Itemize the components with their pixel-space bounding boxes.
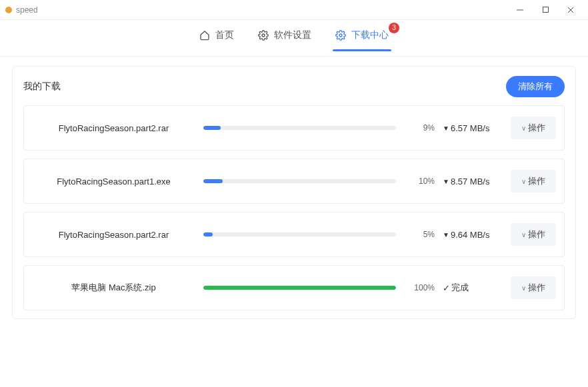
downloads-panel: 我的下载 清除所有 FlytoRacingSeason.part2.rar9%▼… [12, 66, 576, 319]
download-status-done: ✓完成 [443, 282, 503, 294]
home-icon [199, 30, 210, 41]
progress-percent: 5% [405, 230, 435, 239]
download-icon [335, 30, 346, 41]
chevron-down-icon: ∨ [521, 284, 526, 292]
badge-count: 3 [389, 23, 399, 33]
panel-title: 我的下载 [23, 81, 61, 93]
download-speed: ▼8.57 MB/s [443, 177, 503, 187]
download-speed: ▼9.64 MB/s [443, 230, 503, 240]
window-title: speed [16, 5, 515, 15]
svg-rect-1 [543, 7, 548, 13]
progress-bar [203, 232, 396, 236]
progress-wrap: 9% [203, 123, 435, 133]
panel-header: 我的下载 清除所有 [23, 76, 565, 105]
operate-label: 操作 [528, 228, 545, 240]
operate-button[interactable]: ∨操作 [511, 276, 556, 299]
progress-bar [203, 126, 396, 130]
svg-point-4 [262, 34, 265, 37]
progress-percent: 100% [405, 283, 435, 292]
progress-wrap: 10% [203, 177, 435, 186]
tab-label: 软件设置 [274, 29, 311, 41]
operate-label: 操作 [528, 122, 545, 134]
progress-fill [203, 286, 396, 290]
maximize-button[interactable] [540, 5, 551, 15]
progress-wrap: 5% [203, 230, 435, 239]
download-filename: FlytoRacingSeason.part2.rar [32, 123, 195, 133]
download-filename: FlytoRacingSeason.part2.rar [32, 230, 195, 240]
tab-label: 首页 [215, 29, 234, 41]
progress-percent: 10% [405, 177, 435, 186]
download-row: 苹果电脑 Mac系统.zip100%✓完成∨操作 [23, 265, 565, 310]
download-row: FlytoRacingSeason.part2.rar5%▼9.64 MB/s∨… [23, 212, 565, 257]
operate-button[interactable]: ∨操作 [511, 170, 556, 193]
app-icon [5, 7, 12, 13]
tab-label: 下载中心 [351, 29, 389, 41]
chevron-down-icon: ∨ [521, 231, 526, 238]
check-icon: ✓ [443, 283, 450, 293]
download-filename: 苹果电脑 Mac系统.zip [32, 282, 195, 294]
minimize-button[interactable] [515, 5, 525, 15]
progress-wrap: 100% [203, 283, 435, 292]
download-arrow-icon: ▼ [443, 231, 449, 238]
download-filename: FlytoRacingSeason.part1.exe [32, 177, 195, 187]
progress-fill [203, 126, 221, 130]
download-row: FlytoRacingSeason.part2.rar9%▼6.57 MB/s∨… [23, 105, 565, 151]
status-text: 完成 [451, 282, 469, 294]
download-list: FlytoRacingSeason.part2.rar9%▼6.57 MB/s∨… [23, 105, 565, 310]
download-row: FlytoRacingSeason.part1.exe10%▼8.57 MB/s… [23, 159, 565, 204]
clear-all-button[interactable]: 清除所有 [506, 76, 565, 97]
chevron-down-icon: ∨ [521, 125, 526, 132]
operate-label: 操作 [528, 282, 545, 294]
tab-downloads[interactable]: 下载中心 3 [333, 25, 391, 51]
tab-home[interactable]: 首页 [197, 25, 237, 51]
progress-fill [203, 232, 213, 236]
progress-bar [203, 286, 396, 290]
operate-button[interactable]: ∨操作 [511, 223, 556, 246]
progress-fill [203, 179, 223, 183]
progress-percent: 9% [405, 123, 435, 133]
speed-text: 6.57 MB/s [451, 123, 490, 133]
download-speed: ▼6.57 MB/s [443, 123, 503, 133]
tab-bar: 首页 软件设置 下载中心 3 [0, 20, 588, 57]
download-arrow-icon: ▼ [443, 125, 449, 132]
titlebar: speed [0, 0, 588, 20]
window-controls [515, 5, 583, 15]
download-arrow-icon: ▼ [443, 178, 449, 185]
close-button[interactable] [565, 5, 576, 15]
speed-text: 8.57 MB/s [451, 177, 490, 187]
gear-icon [258, 30, 269, 41]
chevron-down-icon: ∨ [521, 178, 526, 185]
operate-button[interactable]: ∨操作 [511, 117, 556, 139]
operate-label: 操作 [528, 175, 545, 187]
progress-bar [203, 179, 396, 183]
svg-point-5 [339, 34, 342, 37]
speed-text: 9.64 MB/s [451, 230, 490, 240]
tab-settings[interactable]: 软件设置 [255, 25, 314, 51]
